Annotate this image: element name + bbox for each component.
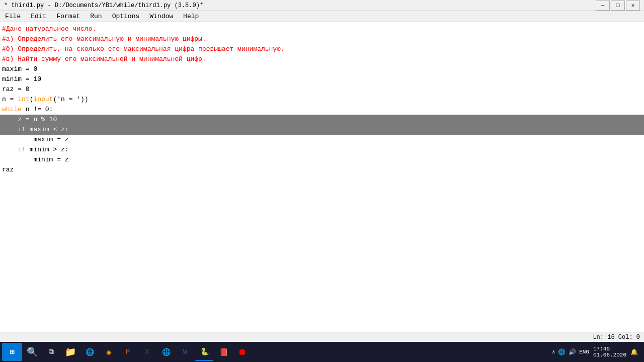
menu-run[interactable]: Run — [85, 11, 107, 22]
notification-icon[interactable]: 🔔 — [630, 348, 638, 356]
menu-format[interactable]: Format — [51, 11, 85, 22]
date-display: 01.06.2020 — [593, 352, 626, 358]
time-display: 17:49 — [593, 346, 626, 352]
browser2-icon[interactable]: 🌐 — [157, 343, 175, 361]
code-line-1[interactable]: #Дано натуральное число. — [0, 24, 644, 34]
code-line-7[interactable]: raz = 0 — [0, 84, 644, 95]
taskbar: ⊞ 🔍 ⧉ 📁 🌐 ◉ P X 🌐 W 🐍 📕 ⏺ ∧ 🌐 🔊 ENG 17:4… — [0, 342, 644, 362]
code-line-3[interactable]: #б) Определить, на сколько его максималь… — [0, 44, 644, 54]
menu-options[interactable]: Options — [107, 11, 145, 22]
code-line-14[interactable]: minim = z — [0, 155, 644, 165]
code-line-6[interactable]: minim = 10 — [0, 74, 644, 84]
menubar: File Edit Format Run Options Window Help — [0, 11, 644, 22]
network-icon[interactable]: 🌐 — [558, 348, 566, 356]
code-line-11[interactable]: if maxim < z: — [0, 125, 644, 135]
powerpoint-icon[interactable]: P — [119, 343, 137, 361]
code-line-2[interactable]: #а) Определить его максимальную и минима… — [0, 34, 644, 44]
menu-file[interactable]: File — [0, 11, 26, 22]
code-line-12[interactable]: maxim = z — [0, 135, 644, 145]
python-idle-icon[interactable]: 🐍 — [195, 343, 213, 361]
task-view-icon[interactable]: ⧉ — [42, 343, 60, 361]
start-button[interactable]: ⊞ — [2, 343, 22, 361]
code-line-8[interactable]: n = int(input('n = ')) — [0, 95, 644, 105]
menu-help[interactable]: Help — [178, 11, 204, 22]
window-title: * third1.py - D:/Documents/ҮВ1/while/thi… — [4, 2, 203, 9]
window-controls: ─ □ ✕ — [596, 1, 640, 11]
close-button[interactable]: ✕ — [626, 1, 640, 11]
pdf-icon[interactable]: 📕 — [214, 343, 232, 361]
chevron-icon[interactable]: ∧ — [552, 349, 555, 355]
clock[interactable]: 17:49 01.06.2020 — [593, 346, 626, 358]
code-line-15[interactable]: raz — [0, 165, 644, 175]
antivirus-icon[interactable]: ◉ — [100, 343, 118, 361]
code-line-5[interactable]: maxim = 0 — [0, 64, 644, 74]
minimize-button[interactable]: ─ — [596, 1, 610, 11]
recording-icon[interactable]: ⏺ — [233, 343, 252, 361]
menu-window[interactable]: Window — [144, 11, 178, 22]
statusbar: Ln: 16 Col: 0 — [0, 332, 644, 342]
excel-icon[interactable]: X — [138, 343, 156, 361]
browser-icon[interactable]: 🌐 — [80, 343, 99, 361]
code-line-4[interactable]: #в) Найти сумму его максимальной и миним… — [0, 54, 644, 64]
file-explorer-icon[interactable]: 📁 — [61, 343, 79, 361]
code-editor[interactable]: #Дано натуральное число.#а) Определить е… — [0, 22, 644, 331]
cursor-position: Ln: 16 Col: 0 — [593, 334, 640, 341]
code-line-9[interactable]: while n != 0: — [0, 105, 644, 115]
system-tray: ∧ 🌐 🔊 ENG 17:49 01.06.2020 🔔 — [552, 346, 642, 358]
search-icon[interactable]: 🔍 — [23, 343, 41, 361]
word-icon[interactable]: W — [176, 343, 194, 361]
titlebar: * third1.py - D:/Documents/ҮВ1/while/thi… — [0, 0, 644, 11]
tray-icons: ∧ 🌐 🔊 ENG — [552, 348, 589, 356]
menu-edit[interactable]: Edit — [26, 11, 51, 22]
sound-icon[interactable]: 🔊 — [569, 348, 576, 356]
code-line-13[interactable]: if minim > z: — [0, 145, 644, 155]
maximize-button[interactable]: □ — [611, 1, 625, 11]
code-line-10[interactable]: z = n % 10 — [0, 115, 644, 125]
language-label[interactable]: ENG — [579, 349, 589, 355]
